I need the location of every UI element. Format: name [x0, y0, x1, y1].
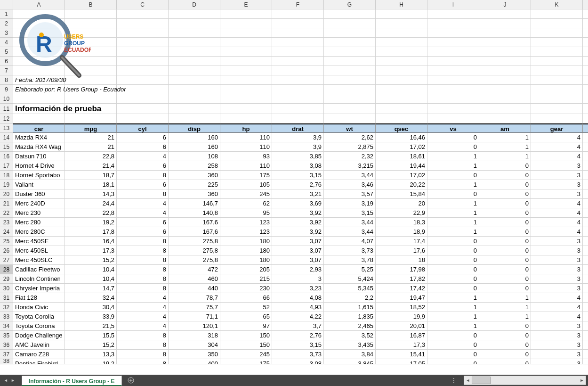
table-cell[interactable]: 2 — [583, 331, 588, 340]
cell[interactable] — [583, 47, 588, 57]
table-row-name[interactable]: Merc 280C — [13, 227, 65, 237]
cell[interactable] — [13, 94, 65, 104]
table-cell[interactable]: 258 — [169, 161, 220, 171]
table-cell[interactable]: 0 — [479, 340, 531, 350]
table-cell[interactable]: 3,84 — [324, 350, 376, 359]
cell[interactable] — [65, 38, 117, 47]
table-cell[interactable]: 18,61 — [376, 152, 427, 161]
cell[interactable] — [376, 94, 427, 104]
table-cell[interactable]: 14,7 — [65, 284, 117, 293]
cell[interactable] — [479, 94, 531, 104]
table-cell[interactable]: 4 — [531, 208, 583, 218]
table-cell[interactable]: 0 — [479, 180, 531, 189]
table-cell[interactable]: 0 — [427, 189, 479, 199]
table-cell[interactable]: 4 — [531, 303, 583, 312]
table-cell[interactable]: 18,52 — [376, 303, 427, 312]
cell[interactable] — [272, 85, 324, 94]
table-cell[interactable]: 3,73 — [324, 246, 376, 255]
table-cell[interactable]: 2,465 — [324, 321, 376, 331]
cell[interactable] — [272, 38, 324, 47]
cell[interactable] — [531, 66, 583, 75]
cell[interactable] — [272, 66, 324, 75]
table-cell[interactable]: 350 — [169, 350, 220, 359]
table-cell[interactable]: 180 — [220, 237, 272, 246]
spreadsheet-grid[interactable]: Fecha: 2017/09/30Elaborado por: R Users … — [13, 9, 588, 375]
tab-options-icon[interactable]: ⋮ — [447, 375, 462, 386]
cell[interactable] — [169, 19, 220, 28]
row-header-2[interactable]: 2 — [0, 19, 13, 28]
cell[interactable] — [583, 75, 588, 85]
table-cell[interactable]: 1 — [479, 293, 531, 303]
table-row-name[interactable]: Mazda RX4 Wag — [13, 142, 65, 152]
cell[interactable] — [220, 114, 272, 123]
table-cell[interactable]: 123 — [220, 227, 272, 237]
cell[interactable] — [324, 57, 376, 66]
table-cell[interactable]: 3 — [531, 237, 583, 246]
table-cell[interactable]: 19,2 — [65, 218, 117, 227]
row-header-7[interactable]: 7 — [0, 66, 13, 75]
table-cell[interactable]: 230 — [220, 284, 272, 293]
table-cell[interactable]: 0 — [479, 246, 531, 255]
table-cell[interactable]: 0 — [427, 340, 479, 350]
table-cell[interactable]: 3 — [531, 274, 583, 284]
table-cell[interactable]: 1 — [427, 293, 479, 303]
table-cell[interactable]: 4 — [117, 199, 169, 208]
table-cell[interactable]: 318 — [169, 331, 220, 340]
table-cell[interactable]: 17,02 — [376, 171, 427, 180]
table-cell[interactable]: 3 — [531, 321, 583, 331]
cell[interactable] — [427, 38, 479, 47]
table-cell[interactable]: 205 — [220, 265, 272, 274]
table-cell[interactable]: 4,93 — [272, 303, 324, 312]
scroll-left-icon[interactable]: ◄ — [464, 377, 472, 384]
table-cell[interactable]: 110 — [220, 161, 272, 171]
table-cell[interactable]: 16,46 — [376, 133, 427, 142]
table-row-name[interactable]: Merc 240D — [13, 199, 65, 208]
cell[interactable] — [169, 47, 220, 57]
table-cell[interactable]: 18 — [376, 255, 427, 265]
table-cell[interactable]: 0 — [427, 246, 479, 255]
table-cell[interactable]: 22,9 — [376, 208, 427, 218]
row-header-26[interactable]: 26 — [0, 246, 13, 255]
table-cell[interactable]: 1 — [583, 180, 588, 189]
table-cell[interactable]: 1 — [427, 180, 479, 189]
table-cell[interactable]: 275,8 — [169, 246, 220, 255]
table-row-name[interactable]: Honda Civic — [13, 303, 65, 312]
table-cell[interactable]: 15,41 — [376, 350, 427, 359]
table-cell[interactable]: 3,23 — [272, 284, 324, 293]
cell[interactable] — [531, 9, 583, 19]
table-cell[interactable]: 14,3 — [65, 189, 117, 199]
table-row-name[interactable]: Datsun 710 — [13, 152, 65, 161]
cell[interactable] — [169, 57, 220, 66]
table-cell[interactable]: 8 — [117, 359, 169, 364]
table-cell[interactable]: 17,3 — [65, 246, 117, 255]
cell[interactable] — [324, 114, 376, 123]
table-header-carb[interactable]: carb — [583, 123, 588, 133]
cell[interactable] — [479, 85, 531, 94]
cell[interactable] — [427, 9, 479, 19]
table-cell[interactable]: 1 — [583, 293, 588, 303]
table-cell[interactable]: 0 — [479, 331, 531, 340]
table-cell[interactable]: 24,4 — [65, 199, 117, 208]
table-cell[interactable]: 146,7 — [169, 199, 220, 208]
table-cell[interactable]: 3 — [531, 350, 583, 359]
table-cell[interactable]: 175 — [220, 171, 272, 180]
table-cell[interactable]: 360 — [169, 189, 220, 199]
table-cell[interactable]: 150 — [220, 331, 272, 340]
table-cell[interactable]: 3,07 — [272, 255, 324, 265]
table-cell[interactable]: 4 — [531, 152, 583, 161]
cell[interactable] — [220, 38, 272, 47]
cell[interactable] — [220, 9, 272, 19]
table-cell[interactable]: 2 — [583, 199, 588, 208]
table-cell[interactable]: 19,44 — [376, 161, 427, 171]
table-row-name[interactable]: Pontiac Firebird — [13, 359, 65, 364]
table-cell[interactable]: 32,4 — [65, 293, 117, 303]
table-cell[interactable]: 2,76 — [272, 180, 324, 189]
row-header-28[interactable]: 28 — [0, 265, 13, 274]
table-cell[interactable]: 245 — [220, 189, 272, 199]
cell[interactable] — [583, 9, 588, 19]
row-header-10[interactable]: 10 — [0, 94, 13, 104]
cell[interactable] — [13, 114, 65, 123]
table-cell[interactable]: 20,01 — [376, 321, 427, 331]
table-cell[interactable]: 8 — [117, 171, 169, 180]
table-cell[interactable]: 4 — [531, 199, 583, 208]
